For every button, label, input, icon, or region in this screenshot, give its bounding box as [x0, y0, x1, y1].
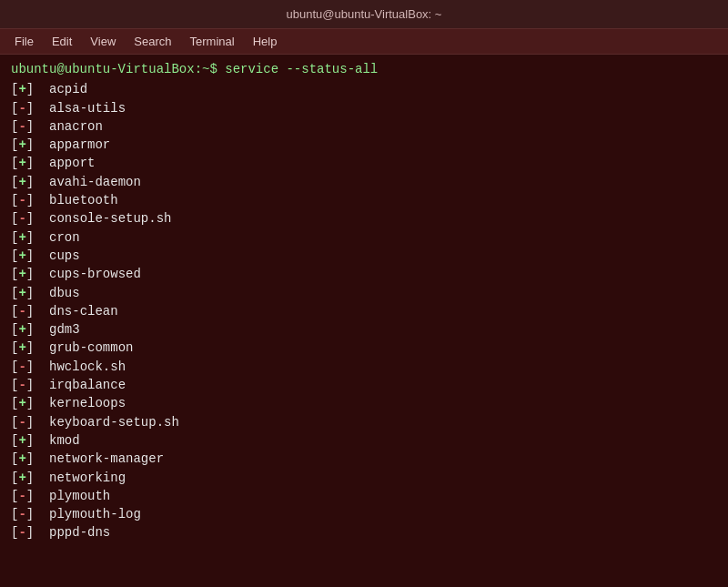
bracket-close: ] [26, 376, 34, 394]
bracket-open: [ [11, 320, 18, 339]
service-row: [ - ] alsa-utils [11, 99, 717, 117]
bracket-open: [ [11, 228, 18, 247]
bracket-close: ] [26, 358, 34, 376]
bracket-close: ] [26, 431, 34, 450]
service-name: dbus [49, 284, 80, 302]
bracket-open: [ [11, 247, 18, 265]
service-name: kerneloops [49, 394, 126, 412]
status-indicator: - [18, 523, 25, 541]
service-row: [ - ] anacron [11, 117, 717, 136]
status-indicator: - [18, 99, 25, 117]
service-row: [ - ] irqbalance [11, 376, 717, 394]
service-name: cups-browsed [49, 265, 141, 283]
title-text: ubuntu@ubuntu-VirtualBox: ~ [287, 7, 442, 21]
service-row: [ + ] kerneloops [11, 394, 717, 412]
bracket-close: ] [26, 505, 34, 523]
service-name: grub-common [49, 339, 133, 357]
service-name: cron [49, 228, 80, 247]
bracket-close: ] [26, 339, 34, 357]
bracket-open: [ [11, 302, 18, 320]
menu-terminal[interactable]: Terminal [183, 33, 242, 50]
bracket-close: ] [26, 284, 34, 302]
menu-file[interactable]: File [7, 33, 41, 50]
status-indicator: - [18, 209, 25, 228]
service-name: avahi-daemon [49, 173, 141, 191]
bracket-open: [ [11, 450, 18, 468]
status-indicator: - [18, 358, 25, 376]
prompt-line: ubuntu@ubuntu-VirtualBox:~$ service --st… [11, 60, 717, 78]
service-name: keyboard-setup.sh [49, 413, 179, 431]
bracket-open: [ [11, 265, 18, 283]
service-name: plymouth-log [49, 505, 141, 523]
bracket-close: ] [26, 450, 34, 468]
service-row: [ + ] acpid [11, 80, 717, 98]
menu-search[interactable]: Search [126, 33, 178, 50]
service-name: hwclock.sh [49, 358, 126, 376]
status-indicator: + [18, 80, 25, 98]
service-row: [ - ] plymouth [11, 487, 717, 505]
service-name: bluetooth [49, 191, 118, 209]
menu-help[interactable]: Help [246, 33, 285, 50]
bracket-close: ] [26, 523, 34, 541]
service-row: [ + ] kmod [11, 431, 717, 450]
bracket-close: ] [26, 265, 34, 283]
bracket-close: ] [26, 173, 34, 191]
status-indicator: + [18, 228, 25, 247]
bracket-open: [ [11, 523, 18, 541]
service-name: anacron [49, 117, 103, 136]
service-name: networking [49, 469, 126, 487]
title-bar: ubuntu@ubuntu-VirtualBox: ~ [0, 0, 728, 29]
bracket-open: [ [11, 487, 18, 505]
bracket-close: ] [26, 154, 34, 172]
service-row: [ + ] grub-common [11, 339, 717, 357]
bracket-close: ] [26, 469, 34, 487]
service-row: [ - ] pppd-dns [11, 523, 717, 541]
status-indicator: + [18, 339, 25, 357]
status-indicator: + [18, 247, 25, 265]
bracket-open: [ [11, 209, 18, 228]
bracket-open: [ [11, 469, 18, 487]
status-indicator: - [18, 117, 25, 136]
status-indicator: + [18, 450, 25, 468]
service-name: acpid [49, 80, 87, 98]
service-row: [ - ] plymouth-log [11, 505, 717, 523]
bracket-open: [ [11, 358, 18, 376]
status-indicator: + [18, 284, 25, 302]
service-row: [ - ] hwclock.sh [11, 358, 717, 376]
status-indicator: - [18, 302, 25, 320]
service-row: [ + ] cups [11, 247, 717, 265]
bracket-open: [ [11, 505, 18, 523]
bracket-close: ] [26, 302, 34, 320]
menu-view[interactable]: View [83, 33, 123, 50]
bracket-open: [ [11, 339, 18, 357]
status-indicator: - [18, 413, 25, 431]
service-row: [ - ] dns-clean [11, 302, 717, 320]
service-name: plymouth [49, 487, 110, 505]
status-indicator: + [18, 320, 25, 339]
menu-edit[interactable]: Edit [45, 33, 79, 50]
bracket-open: [ [11, 376, 18, 394]
status-indicator: + [18, 136, 25, 154]
service-row: [ + ] dbus [11, 284, 717, 302]
status-indicator: - [18, 487, 25, 505]
bracket-close: ] [26, 99, 34, 117]
status-indicator: - [18, 505, 25, 523]
bracket-close: ] [26, 117, 34, 136]
bracket-close: ] [26, 413, 34, 431]
service-name: network-manager [49, 450, 164, 468]
service-name: cups [49, 247, 80, 265]
bracket-close: ] [26, 247, 34, 265]
service-name: kmod [49, 431, 80, 450]
service-row: [ + ] networking [11, 469, 717, 487]
status-indicator: + [18, 154, 25, 172]
bracket-close: ] [26, 136, 34, 154]
service-name: apparmor [49, 136, 110, 154]
bracket-open: [ [11, 173, 18, 191]
service-list: [ + ] acpid[ - ] alsa-utils[ - ] anacron… [11, 80, 717, 541]
status-indicator: - [18, 376, 25, 394]
service-row: [ - ] keyboard-setup.sh [11, 413, 717, 431]
service-row: [ + ] avahi-daemon [11, 173, 717, 191]
bracket-close: ] [26, 394, 34, 412]
service-name: apport [49, 154, 95, 172]
terminal-area: ubuntu@ubuntu-VirtualBox:~$ service --st… [0, 55, 728, 587]
